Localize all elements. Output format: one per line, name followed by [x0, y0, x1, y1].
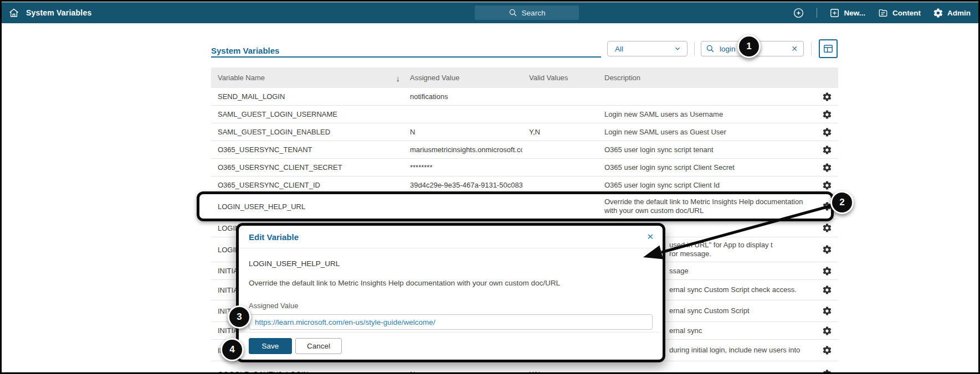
new-menu-label: New...: [844, 9, 865, 17]
title-underline: [211, 56, 601, 58]
modal-body: LOGIN_USER_HELP_URL Override the default…: [239, 248, 663, 330]
assigned-value-cell: notifications: [403, 92, 522, 101]
controls-divider: [694, 42, 695, 55]
variable-name-cell: GOOGLE_OAUTH2_LOGIN: [211, 370, 403, 374]
assigned-value-input[interactable]: [249, 314, 653, 330]
global-search-label: Search: [522, 9, 546, 17]
new-menu[interactable]: New...: [829, 8, 865, 18]
description-cell: O365 user login sync script Client Id: [604, 181, 816, 190]
table-row[interactable]: SAML_GUEST_LOGIN_USERNAME Login new SAML…: [211, 106, 838, 123]
window-title: System Variables: [26, 8, 91, 17]
chevron-down-icon: [674, 45, 681, 53]
description-cell: ernal sync: [669, 326, 816, 335]
row-settings-gear-icon[interactable]: [816, 326, 838, 336]
close-icon[interactable]: ✕: [647, 232, 654, 242]
assigned-value-cell: N: [403, 128, 522, 136]
plus-square-icon: [829, 8, 840, 18]
column-header-valid-values[interactable]: Valid Values: [522, 74, 604, 82]
sort-descending-icon[interactable]: ↓: [396, 73, 401, 82]
description-cell: ernal sync Custom Script check access.: [669, 285, 816, 294]
table-row[interactable]: O365_USERSYNC_CLIENT_SECRET ******** O36…: [211, 159, 838, 176]
content-icon: [878, 7, 889, 18]
cancel-button[interactable]: Cancel: [295, 338, 342, 354]
row-settings-gear-icon[interactable]: [816, 345, 838, 355]
callout-1: 1: [737, 35, 761, 58]
content-menu-label: Content: [892, 9, 921, 17]
column-header-assigned-value[interactable]: Assigned Value: [403, 74, 522, 82]
description-cell: O365 user login sync script Client Secre…: [604, 163, 816, 172]
table-row[interactable]: O365_USERSYNC_CLIENT_ID 39d4c29e-9e35-46…: [211, 176, 838, 194]
assigned-value-cell: N: [403, 370, 522, 374]
row-settings-gear-icon[interactable]: [816, 306, 838, 316]
table-row[interactable]: GOOGLE_OAUTH2_LOGIN N Y,N: [211, 361, 838, 374]
variable-name-cell: LOGIN_USER_HELP_URL: [211, 202, 403, 211]
table-row[interactable]: LOGIN_USER_HELP_URL Override the default…: [211, 194, 838, 219]
assigned-value-label: Assigned Value: [249, 302, 653, 310]
row-settings-gear-icon[interactable]: [816, 285, 838, 295]
assigned-value-cell: 39d4c29e-9e35-467a-9131-50c083a: [403, 181, 522, 189]
description-cell: ssage: [669, 267, 816, 276]
filter-dropdown-value: All: [615, 45, 623, 53]
clear-search-icon[interactable]: ✕: [790, 44, 799, 53]
variable-name-cell: SAML_GUEST_LOGIN_ENABLED: [211, 128, 403, 136]
callout-3: 3: [228, 305, 251, 329]
row-settings-gear-icon[interactable]: [816, 245, 838, 254]
variable-name-cell: SEND_MAIL_LOGIN: [211, 92, 403, 101]
save-button[interactable]: Save: [249, 338, 292, 354]
assistant-icon[interactable]: [793, 7, 804, 19]
row-settings-gear-icon[interactable]: [816, 92, 838, 102]
column-settings-button[interactable]: [819, 39, 838, 58]
topbar-divider: [817, 8, 817, 18]
variable-name-cell: O365_USERSYNC_CLIENT_ID: [211, 181, 403, 189]
row-settings-gear-icon[interactable]: [816, 369, 838, 374]
row-settings-gear-icon[interactable]: [816, 223, 838, 233]
page-title: System Variables: [211, 46, 279, 55]
top-navigation-bar: System Variables Search: [2, 2, 978, 23]
admin-menu[interactable]: Admin: [933, 8, 971, 18]
modal-title: Edit Variable: [249, 232, 299, 242]
gear-icon: [933, 8, 943, 18]
filter-dropdown[interactable]: All: [607, 41, 687, 56]
search-icon: [706, 44, 715, 53]
valid-values-cell: Y,N: [522, 370, 604, 374]
modal-footer: Save Cancel: [239, 332, 663, 360]
row-settings-gear-icon[interactable]: [816, 127, 838, 137]
table-row[interactable]: O365_USERSYNC_TENANT mariusmetricinsight…: [211, 141, 838, 159]
table-row[interactable]: SAML_GUEST_LOGIN_ENABLED N Y,N Login new…: [211, 123, 838, 141]
admin-menu-label: Admin: [947, 9, 971, 17]
callout-4: 4: [220, 338, 244, 361]
table-header-row: Variable Name ↓ Assigned Value Valid Val…: [211, 67, 838, 88]
table-columns-icon: [823, 44, 833, 54]
controls-divider: [811, 42, 812, 55]
description-cell: Login new SAML users as Guest User: [604, 128, 816, 137]
modal-header: Edit Variable ✕: [239, 226, 663, 248]
modal-variable-name: LOGIN_USER_HELP_URL: [249, 259, 653, 268]
variable-name-cell: O365_USERSYNC_CLIENT_SECRET: [211, 163, 403, 172]
valid-values-cell: Y,N: [522, 128, 604, 136]
column-header-variable-name[interactable]: Variable Name ↓: [211, 74, 403, 82]
search-icon: [509, 8, 517, 17]
edit-variable-modal: Edit Variable ✕ LOGIN_USER_HELP_URL Over…: [236, 223, 665, 362]
home-icon[interactable]: [8, 7, 19, 18]
variable-name-cell: O365_USERSYNC_TENANT: [211, 146, 403, 154]
row-settings-gear-icon[interactable]: [816, 266, 838, 276]
description-cell: used in URL" for App to display t ror me…: [669, 241, 816, 258]
variable-name-cell: SAML_GUEST_LOGIN_USERNAME: [211, 110, 403, 118]
description-cell: during initial login, include new users …: [669, 346, 816, 355]
app-window: System Variables Search: [0, 0, 980, 374]
modal-variable-description: Override the default link to Metric Insi…: [249, 279, 653, 287]
global-search-button[interactable]: Search: [475, 6, 579, 20]
column-header-description[interactable]: Description: [604, 74, 816, 82]
assigned-value-cell: ********: [403, 163, 522, 172]
row-settings-gear-icon[interactable]: [816, 180, 838, 190]
description-cell: O365 user login sync script tenant: [604, 146, 816, 154]
row-settings-gear-icon[interactable]: [816, 110, 838, 120]
content-menu[interactable]: Content: [878, 7, 921, 18]
table-row[interactable]: SEND_MAIL_LOGIN notifications: [211, 88, 838, 106]
callout-2: 2: [830, 191, 854, 214]
assigned-value-cell: mariusmetricinsights.onmicrosoft.cor: [403, 146, 522, 154]
description-cell: Login new SAML users as Username: [604, 110, 816, 119]
description-cell: ernal sync Custom Script: [669, 307, 816, 315]
row-settings-gear-icon[interactable]: [816, 163, 838, 173]
row-settings-gear-icon[interactable]: [816, 145, 838, 155]
